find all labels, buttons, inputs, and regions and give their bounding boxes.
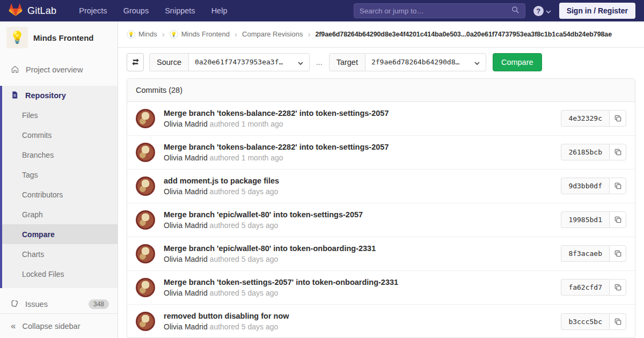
copy-icon — [614, 114, 622, 122]
author-avatar[interactable] — [136, 210, 155, 230]
collapse-sidebar-button[interactable]: « Collapse sidebar — [0, 313, 118, 338]
sidebar-subitem[interactable]: Charts — [0, 244, 118, 264]
breadcrumb-link[interactable]: Compare Revisions — [242, 30, 303, 38]
commit-authored-time: authored 5 days ago — [210, 289, 279, 297]
commit-sha-button[interactable]: 26185bcb — [561, 144, 609, 160]
author-avatar[interactable] — [136, 278, 155, 297]
commit-author-link[interactable]: Olivia Madrid — [164, 221, 208, 230]
group-avatar: 💡 — [127, 30, 135, 39]
commit-author-link[interactable]: Olivia Madrid — [164, 187, 208, 196]
global-search[interactable] — [354, 3, 525, 18]
breadcrumb-link[interactable]: 💡 Minds Frontend — [170, 30, 230, 39]
nav-menu-item[interactable]: Help — [211, 6, 228, 15]
copy-sha-button[interactable] — [609, 279, 626, 296]
commit-authored-time: authored 1 month ago — [210, 120, 283, 128]
source-revision-dropdown[interactable]: 0a20e61f74737953ea3f… — [189, 53, 310, 71]
commit-sha-button[interactable]: 9d3bb0df — [561, 178, 609, 194]
double-chevron-left-icon: « — [11, 321, 16, 330]
commit-sha-button[interactable]: 4e32329c — [561, 110, 609, 127]
author-avatar[interactable] — [136, 109, 155, 128]
commit-sha-button[interactable]: 19985bd1 — [561, 211, 609, 228]
copy-sha-button[interactable] — [609, 110, 626, 127]
commit-row: Merge branch 'epic/wallet-80' into token… — [127, 237, 635, 271]
sidebar-subitem[interactable]: Locked Files — [0, 264, 118, 284]
nav-menu-item[interactable]: Groups — [123, 6, 149, 15]
issues-count-badge: 348 — [89, 299, 109, 309]
breadcrumb-separator: › — [162, 30, 165, 39]
target-label: Target — [329, 53, 365, 71]
commit-message-link[interactable]: Merge branch 'epic/wallet-80' into token… — [164, 244, 376, 253]
breadcrumb-separator: › — [308, 30, 310, 39]
logo-wordmark: GitLab — [27, 5, 56, 17]
nav-menu-item[interactable]: Projects — [79, 6, 107, 15]
author-avatar[interactable] — [136, 143, 155, 162]
compare-button[interactable]: Compare — [493, 53, 542, 71]
author-avatar[interactable] — [136, 177, 155, 196]
author-avatar[interactable] — [136, 312, 155, 331]
commits-panel-header: Commits (28) — [127, 79, 635, 102]
commit-sha-button[interactable]: 8f3acaeb — [561, 245, 609, 262]
revision-range-separator: ... — [316, 58, 323, 67]
sidebar-item-project-overview[interactable]: Project overview — [0, 61, 118, 78]
commit-authored-time: authored 5 days ago — [210, 187, 279, 196]
copy-sha-button[interactable] — [609, 178, 626, 194]
project-context[interactable]: 💡 Minds Frontend — [0, 21, 118, 54]
commit-authored-time: authored 1 month ago — [210, 153, 283, 162]
issues-icon — [11, 299, 19, 309]
commit-sha-button[interactable]: fa62cfd7 — [561, 279, 609, 296]
commit-message-link[interactable]: Merge branch 'tokens-balance-2282' into … — [164, 109, 389, 117]
copy-icon — [614, 318, 622, 326]
commit-author-link[interactable]: Olivia Madrid — [164, 120, 208, 128]
sidebar-item-issues[interactable]: Issues 348 — [0, 295, 118, 314]
gitlab-logo[interactable]: GitLab — [9, 3, 56, 19]
target-revision-dropdown[interactable]: 2f9ae6d78264b64290d8… — [365, 53, 486, 71]
copy-sha-button[interactable] — [609, 211, 626, 228]
breadcrumb: 💡 Minds › 💡 Minds Frontend › Compare Rev… — [118, 21, 644, 48]
repository-submenu: Files Commits Branches Tags Contributors — [0, 105, 118, 284]
copy-icon — [614, 283, 622, 291]
sidebar-subitem[interactable]: Contributors — [0, 185, 118, 204]
sign-in-button[interactable]: Sign in / Register — [559, 3, 635, 19]
sidebar-subitem[interactable]: Files — [0, 105, 118, 125]
commit-author-link[interactable]: Olivia Madrid — [164, 153, 208, 162]
chevron-down-icon — [546, 6, 551, 16]
commit-sha-button[interactable]: b3ccc5bc — [561, 313, 609, 330]
commit-authored-time: authored 5 days ago — [210, 322, 279, 331]
source-revision-group: Source 0a20e61f74737953ea3f… — [149, 53, 310, 71]
copy-sha-button[interactable] — [609, 144, 626, 160]
commit-message-link[interactable]: removed button disabling for now — [164, 312, 289, 320]
commit-authored-time: authored 5 days ago — [210, 255, 279, 263]
help-menu[interactable]: ? — [533, 6, 551, 16]
copy-sha-button[interactable] — [609, 245, 626, 262]
copy-sha-button[interactable] — [609, 313, 626, 330]
author-avatar[interactable] — [136, 244, 155, 263]
search-input[interactable] — [360, 7, 511, 15]
sidebar-subitem[interactable]: Branches — [0, 145, 118, 165]
commit-message-link[interactable]: Merge branch 'tokens-balance-2282' into … — [164, 143, 389, 151]
commit-author-link[interactable]: Olivia Madrid — [164, 255, 208, 263]
commit-row: add moment.js to package files Olivia Ma… — [127, 170, 635, 203]
commit-row: Merge branch 'tokens-balance-2282' into … — [127, 102, 635, 136]
copy-icon — [614, 182, 622, 190]
nav-menu-item[interactable]: Snippets — [165, 6, 195, 15]
commit-message-link[interactable]: Merge branch 'epic/wallet-80' into token… — [164, 210, 363, 219]
chevron-down-icon — [474, 57, 480, 67]
commit-row: removed button disabling for now Olivia … — [127, 305, 635, 338]
sidebar-subitem[interactable]: Tags — [0, 165, 118, 185]
top-navbar: GitLab Projects Groups Snippets Help ? S… — [0, 0, 644, 21]
project-sidebar: 💡 Minds Frontend Project overview — [0, 21, 118, 338]
copy-icon — [614, 249, 622, 258]
swap-revisions-button[interactable] — [127, 53, 144, 71]
sidebar-subitem[interactable]: Compare — [0, 224, 118, 244]
breadcrumb-link[interactable]: 💡 Minds — [127, 30, 157, 39]
commit-author-link[interactable]: Olivia Madrid — [164, 289, 208, 297]
commit-author-link[interactable]: Olivia Madrid — [164, 322, 208, 331]
sidebar-subitem[interactable]: Commits — [0, 125, 118, 145]
gitlab-tanuki-icon — [9, 3, 23, 19]
commit-message-link[interactable]: add moment.js to package files — [164, 177, 279, 185]
sidebar-subitem[interactable]: Graph — [0, 204, 118, 224]
commit-message-link[interactable]: Merge branch 'token-settings-2057' into … — [164, 278, 398, 286]
commit-authored-time: authored 5 days ago — [210, 221, 279, 230]
sidebar-item-repository[interactable]: Repository — [0, 86, 118, 105]
target-revision-group: Target 2f9ae6d78264b64290d8… — [329, 53, 486, 71]
